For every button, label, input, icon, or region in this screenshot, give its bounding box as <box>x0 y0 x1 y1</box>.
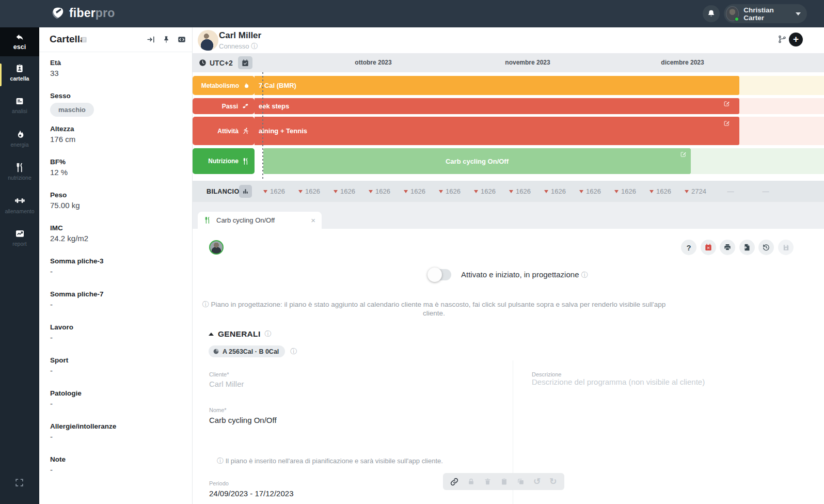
calendar-remove-icon <box>704 243 712 251</box>
plan-bar-attivita-future <box>739 117 824 145</box>
row-label-nutrizione[interactable]: Nutrizione <box>193 148 255 174</box>
info-icon[interactable]: ⓘ <box>581 271 588 279</box>
client-avatar[interactable] <box>198 30 218 51</box>
remove-from-calendar-button[interactable] <box>701 240 716 255</box>
user-menu[interactable]: Christian Carter <box>724 4 807 23</box>
plan-edit-toolbar: ↺ ↻ <box>443 473 564 490</box>
file-export-icon <box>743 243 751 251</box>
timezone-label: UTC+2 <box>210 59 233 67</box>
print-button[interactable] <box>720 240 735 255</box>
help-button[interactable]: ? <box>681 240 696 255</box>
notes-icon <box>15 97 24 106</box>
save-icon <box>782 244 790 251</box>
row-passi: Passi eek steps <box>193 98 824 114</box>
link-button[interactable] <box>450 478 458 486</box>
field-bf: BF%12 % <box>50 158 68 177</box>
descrizione-input[interactable] <box>532 377 800 386</box>
help-icon: ? <box>686 243 691 252</box>
plan-bar-nutrizione[interactable]: Carb cycling On/Off <box>263 148 691 174</box>
duplicate-button <box>517 478 525 485</box>
main-area: Carl Miller Connesso ⓘ + UTC+2 ottobre 2… <box>193 27 824 504</box>
plan-bar-passi[interactable]: eek steps <box>255 98 739 114</box>
clipboard-icon <box>500 478 508 485</box>
info-icon[interactable]: ⓘ <box>251 42 258 50</box>
fiberpro-logo-icon <box>51 6 65 20</box>
pie-chart-icon <box>213 348 219 355</box>
cliente-value: Carl Miller <box>209 380 244 388</box>
bilancio-cell-empty: — <box>713 181 748 202</box>
calendar-button[interactable] <box>238 56 252 69</box>
bilancio-cell: 1626 <box>643 181 678 202</box>
user-name: Christian Carter <box>743 6 789 22</box>
row-metabolismo: Metabolismo 7 Cal (BMR) <box>193 76 824 95</box>
info-icon[interactable]: ⓘ <box>265 329 272 339</box>
tab-carb-cycling[interactable]: Carb cycling On/Off × <box>198 212 322 229</box>
bilancio-cell: 1626 <box>573 181 608 202</box>
fullscreen-button[interactable] <box>14 478 24 487</box>
cartella-panel: Cartella Età33 Sessomaschio Altezza176 c… <box>39 27 193 504</box>
history-button[interactable] <box>758 240 774 255</box>
nome-value[interactable]: Carb cycling On/Off <box>209 416 277 424</box>
pin-button[interactable] <box>162 35 170 44</box>
field-eta: Età33 <box>50 59 61 77</box>
bilancio-cell: 2724 <box>678 181 713 202</box>
export-button[interactable] <box>739 240 755 255</box>
collapse-panel-button[interactable] <box>147 35 155 44</box>
edit-icon[interactable] <box>723 120 730 127</box>
sidebar-item-nutrizione[interactable]: nutrizione <box>0 156 39 186</box>
calories-badge: A 2563Cal · B 0Cal <box>209 345 285 357</box>
add-plan-button[interactable]: + <box>789 33 803 46</box>
delete-button <box>484 478 492 485</box>
main-sidebar: esci cartella analisi <box>0 27 39 504</box>
sidebar-item-analisi[interactable]: analisi <box>0 90 39 120</box>
client-header: Carl Miller Connesso ⓘ + <box>193 27 824 53</box>
sidebar-item-esci[interactable]: esci <box>0 27 39 56</box>
history-icon <box>762 243 770 251</box>
plan-bar-attivita[interactable]: aining + Tennis <box>255 117 739 145</box>
plan-bar-metabolismo[interactable]: 7 Cal (BMR) <box>255 76 739 95</box>
flame-icon <box>15 130 25 139</box>
sidebar-item-energia[interactable]: energia <box>0 123 39 153</box>
timezone-box: UTC+2 <box>199 53 233 72</box>
panel-settings-button[interactable] <box>177 35 186 44</box>
id-badge-icon <box>15 64 24 73</box>
edit-icon[interactable] <box>680 151 687 158</box>
plan-client-avatar[interactable] <box>209 240 224 255</box>
periodo-value[interactable]: 24/09/2023 - 17/12/2023 <box>209 489 293 498</box>
sidebar-item-report[interactable]: report <box>0 223 39 253</box>
chevron-down-icon <box>796 12 801 15</box>
bilancio-chart-button[interactable] <box>239 185 252 198</box>
tab-label: Carb cycling On/Off <box>216 216 306 224</box>
sesso-pill: maschio <box>50 103 94 117</box>
brand-text: fiberpro <box>69 6 115 20</box>
printer-icon <box>723 243 732 251</box>
plan-active-toggle[interactable] <box>429 269 451 280</box>
calendar-check-icon <box>241 59 249 67</box>
bilancio-cell: 1626 <box>327 181 362 202</box>
close-icon[interactable]: × <box>311 216 315 225</box>
month-label: dicembre 2023 <box>641 59 724 66</box>
row-attivita: Attività aining + Tennis <box>193 117 824 145</box>
runner-icon <box>242 127 249 135</box>
collapse-caret-icon[interactable] <box>209 333 214 336</box>
lock-button <box>467 478 475 485</box>
bar-chart-icon <box>242 188 249 195</box>
toggle-knob <box>427 267 442 282</box>
month-label: novembre 2023 <box>486 59 569 66</box>
notifications-button[interactable] <box>703 5 720 22</box>
row-label-attivita[interactable]: Attività <box>193 117 255 145</box>
back-arrow-icon <box>14 33 25 42</box>
info-icon[interactable]: ⓘ <box>290 347 297 356</box>
edit-icon[interactable] <box>723 100 730 107</box>
row-label-passi[interactable]: Passi <box>193 98 255 114</box>
bell-icon <box>707 9 716 18</box>
field-pliche7: Somma pliche-7- <box>50 290 104 309</box>
sidebar-item-cartella[interactable]: cartella <box>0 57 39 87</box>
git-branch-icon[interactable] <box>778 35 787 44</box>
month-label: ottobre 2023 <box>332 59 415 66</box>
sidebar-item-allenamento[interactable]: allenamento <box>0 190 39 219</box>
field-altezza: Altezza176 cm <box>50 125 75 144</box>
bilancio-cell: 1626 <box>292 181 327 202</box>
row-label-metabolismo[interactable]: Metabolismo <box>193 76 255 95</box>
bilancio-cell: 1626 <box>397 181 432 202</box>
